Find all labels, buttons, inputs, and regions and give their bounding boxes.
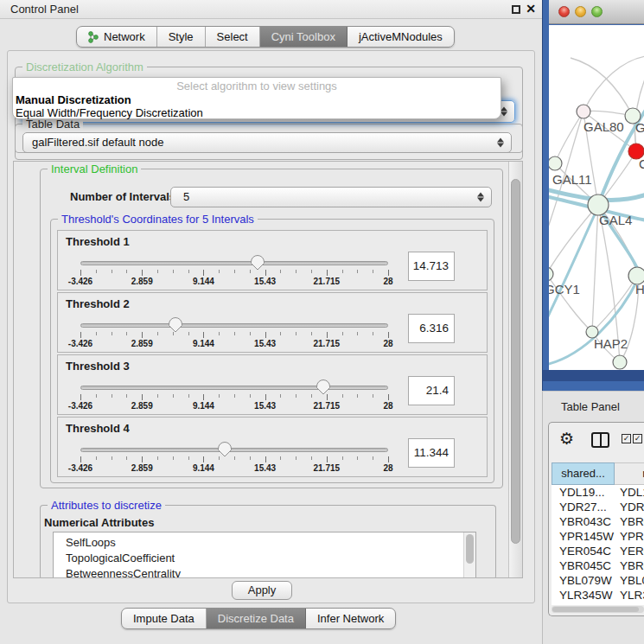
cell-shared-name[interactable]: YBR043C — [552, 514, 617, 529]
cell-name[interactable]: YDL1 — [617, 485, 644, 500]
network-node[interactable] — [549, 267, 553, 281]
cell-name[interactable]: YPR1 — [617, 529, 644, 544]
bottom-tab-bar: Impute Data Discretize Data Infer Networ… — [121, 608, 396, 629]
column-header-name[interactable]: na — [615, 462, 644, 485]
cell-name[interactable]: YLR3 — [617, 588, 644, 603]
scrollbar-thumb[interactable] — [511, 179, 520, 544]
apply-button[interactable]: Apply — [232, 581, 292, 600]
number-of-intervals-combobox[interactable]: 5 — [170, 187, 492, 207]
slider-track[interactable] — [80, 448, 388, 452]
minimize-traffic-light-icon[interactable] — [575, 6, 586, 17]
slider-scale-label: 21.715 — [314, 463, 341, 473]
cell-name[interactable]: YER0 — [617, 544, 644, 558]
slider-thumb-icon[interactable] — [168, 316, 183, 333]
threshold-value-field[interactable]: 11.344 — [408, 438, 455, 468]
attribute-item[interactable]: SelfLoops — [54, 535, 475, 551]
table-row[interactable]: YPR145WYPR1 — [552, 529, 644, 544]
cell-shared-name[interactable]: YDR27... — [552, 500, 617, 514]
attributes-list-scrollbar[interactable] — [463, 532, 475, 578]
tab-select[interactable]: Select — [206, 27, 260, 47]
slider-scale-label: 15.43 — [254, 339, 276, 348]
cyni-toolbox-content: Discretization Algorithm Select algorith… — [7, 50, 535, 603]
cell-shared-name[interactable]: YIL052C — [552, 603, 617, 605]
slider-thumb-icon[interactable] — [250, 254, 265, 271]
network-node[interactable] — [613, 355, 627, 369]
slider-thumb-icon[interactable] — [217, 441, 233, 457]
tab-cyni-toolbox[interactable]: Cyni Toolbox — [260, 27, 348, 47]
scrollbar-thumb[interactable] — [466, 534, 474, 564]
table-row[interactable]: YIL052CYIL0 — [552, 603, 644, 605]
attribute-item[interactable]: TopologicalCoefficient — [54, 551, 475, 566]
threshold-slider[interactable]: -3.4262.8599.14415.4321.71528 — [80, 316, 389, 352]
cell-shared-name[interactable]: YDL19... — [552, 485, 617, 500]
attribute-item[interactable]: BetweennessCentrality — [54, 566, 475, 578]
threshold-value-field[interactable]: 21.4 — [408, 376, 455, 405]
table-row[interactable]: YER054CYER0 — [552, 544, 644, 558]
table-row[interactable]: YDL19...YDL1 — [552, 485, 644, 500]
zoom-traffic-light-icon[interactable] — [591, 6, 603, 17]
tab-style[interactable]: Style — [157, 27, 206, 47]
attributes-group: Attributes to discretize Numerical Attri… — [40, 505, 496, 578]
cell-shared-name[interactable]: YLR345W — [552, 588, 617, 603]
tab-infer-network[interactable]: Infer Network — [306, 609, 395, 628]
cell-name[interactable]: YDR2 — [617, 500, 644, 514]
cell-name[interactable]: YIL0 — [617, 603, 644, 605]
slider-track[interactable] — [80, 323, 388, 328]
threshold-row: Threshold 2 -3.4262.8599.14415.4321.7152… — [57, 292, 488, 353]
table-row[interactable]: YDR27...YDR2 — [552, 500, 644, 514]
tab-discretize-data[interactable]: Discretize Data — [207, 609, 306, 628]
cell-name[interactable]: YBR0 — [617, 514, 644, 529]
threshold-label: Threshold 2 — [66, 297, 130, 310]
columns-icon[interactable] — [591, 432, 609, 448]
column-header-shared-name[interactable]: shared... — [552, 462, 615, 485]
network-window-bottom-border — [543, 370, 644, 381]
table-row[interactable]: YBR045CYBR0 — [552, 558, 644, 573]
network-node[interactable] — [549, 156, 562, 170]
slider-scale: -3.4262.8599.14415.4321.71528 — [80, 339, 389, 350]
control-panel: Control Panel ✕ Network Style Select Cyn… — [0, 0, 542, 644]
network-node[interactable] — [577, 105, 590, 118]
slider-scale-label: 15.43 — [254, 401, 276, 411]
table-data-combobox[interactable]: galFiltered.sif default node — [22, 132, 512, 153]
cell-shared-name[interactable]: YBL079W — [552, 573, 617, 588]
tab-network[interactable]: Network — [77, 27, 157, 47]
slider-thumb-icon[interactable] — [316, 379, 331, 395]
checkbox-icon[interactable]: ✓ — [633, 434, 642, 443]
cell-shared-name[interactable]: YPR145W — [552, 529, 617, 544]
table-horizontal-scrollbar[interactable] — [552, 606, 644, 613]
cell-name[interactable]: YBR0 — [617, 558, 644, 573]
threshold-value-field[interactable]: 6.316 — [408, 314, 455, 343]
checkbox-icon[interactable]: ✓ — [622, 434, 631, 443]
table-row[interactable]: YLR345WYLR3 — [552, 588, 644, 603]
tab-jactivemnodules[interactable]: jActiveMNodules — [348, 27, 454, 47]
slider-track[interactable] — [80, 386, 388, 390]
network-canvas[interactable]: GAL80GACGAL11GAL4GCY1HHAP2 — [549, 25, 644, 370]
threshold-slider[interactable]: -3.4262.8599.14415.4321.71528 — [80, 378, 389, 414]
gear-icon[interactable]: ⚙ — [559, 430, 574, 449]
close-icon[interactable]: ✕ — [526, 2, 536, 16]
cell-name[interactable]: YBL0 — [617, 573, 644, 588]
popup-option-manual-discretization[interactable]: Manual Discretization — [13, 93, 501, 106]
threshold-slider[interactable]: -3.4262.8599.14415.4321.71528 — [80, 440, 389, 476]
popup-option-equal-width-frequency[interactable]: Equal Width/Frequency Discretization — [13, 106, 501, 119]
table-row[interactable]: YBL079WYBL0 — [552, 573, 644, 588]
settings-vertical-scrollbar[interactable] — [508, 162, 522, 577]
threshold-label: Threshold 3 — [66, 360, 130, 373]
close-traffic-light-icon[interactable] — [558, 6, 570, 17]
slider-scale: -3.4262.8599.14415.4321.71528 — [80, 277, 389, 288]
group-label: Attributes to discretize — [48, 499, 165, 512]
scrollbar-thumb[interactable] — [552, 607, 639, 612]
table-row[interactable]: YBR043CYBR0 — [552, 514, 644, 529]
thresholds-group: Threshold's Coordinates for 5 Intervals … — [50, 219, 494, 483]
tab-impute-data[interactable]: Impute Data — [122, 609, 207, 628]
slider-scale-label: 15.43 — [254, 463, 276, 473]
slider-scale-label: 2.859 — [131, 463, 153, 473]
threshold-slider[interactable]: -3.4262.8599.14415.4321.71528 — [80, 253, 389, 290]
slider-track[interactable] — [80, 261, 388, 265]
cell-shared-name[interactable]: YER054C — [552, 544, 617, 558]
slider-scale-label: -3.426 — [68, 277, 92, 286]
cell-shared-name[interactable]: YBR045C — [552, 558, 617, 573]
numerical-attributes-list[interactable]: SelfLoopsTopologicalCoefficientBetweenne… — [53, 532, 476, 578]
float-window-icon[interactable] — [512, 5, 520, 14]
threshold-value-field[interactable]: 14.713 — [408, 252, 455, 281]
